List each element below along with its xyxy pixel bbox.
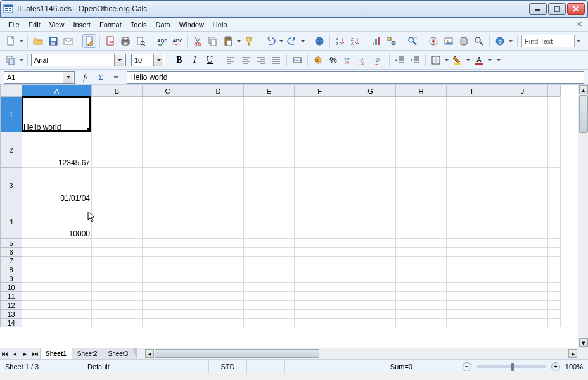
cell-2[interactable]: [548, 132, 561, 168]
cell-H10[interactable]: [396, 283, 447, 292]
chart-button[interactable]: [369, 34, 383, 48]
bg-color-dropdown[interactable]: [466, 59, 471, 61]
redo-dropdown[interactable]: [300, 40, 305, 42]
cell-B7[interactable]: [92, 256, 143, 265]
row-header-9[interactable]: 9: [1, 274, 22, 283]
menu-file[interactable]: File: [4, 20, 24, 30]
cell-J14[interactable]: [497, 319, 548, 327]
cell-C11[interactable]: [143, 292, 193, 301]
cell-G13[interactable]: [345, 310, 396, 319]
cell-J4[interactable]: [497, 203, 548, 239]
cell-H12[interactable]: [396, 301, 447, 310]
cell-C9[interactable]: [143, 274, 193, 283]
cell-B4[interactable]: [92, 203, 143, 239]
cell-A12[interactable]: [22, 301, 92, 310]
cell-H14[interactable]: [396, 319, 447, 327]
cell-E1[interactable]: [244, 97, 295, 132]
zoom-button[interactable]: [472, 34, 486, 48]
row-header-4[interactable]: 4: [1, 203, 22, 239]
cell-8[interactable]: [548, 265, 561, 274]
cell-9[interactable]: [548, 274, 561, 283]
tab-prev-button[interactable]: ◂: [10, 348, 20, 359]
cell-D7[interactable]: [193, 256, 244, 265]
formula-input[interactable]: [127, 71, 584, 84]
cell-C3[interactable]: [143, 168, 193, 203]
cell-H1[interactable]: [396, 97, 447, 132]
italic-button[interactable]: I: [188, 53, 201, 67]
merge-cells-button[interactable]: [290, 53, 304, 67]
cell-B5[interactable]: [92, 239, 143, 248]
cell-C6[interactable]: [143, 248, 193, 256]
cell-J9[interactable]: [497, 274, 548, 283]
cell-F4[interactable]: [295, 203, 345, 239]
cell-E14[interactable]: [244, 319, 295, 327]
menu-view[interactable]: View: [45, 20, 69, 30]
cell-J12[interactable]: [497, 301, 548, 310]
font-color-dropdown[interactable]: [487, 59, 492, 61]
cell-C2[interactable]: [143, 132, 193, 168]
cell-F11[interactable]: [295, 292, 345, 301]
grid[interactable]: ABCDEFGHIJ1Hello world212345.67301/01/04…: [0, 85, 578, 348]
name-box-dropdown-icon[interactable]: [63, 72, 73, 83]
scroll-right-button[interactable]: ▸: [568, 349, 577, 358]
cell-J5[interactable]: [497, 239, 548, 248]
hyperlink-button[interactable]: [312, 34, 326, 48]
copy-button[interactable]: [206, 34, 220, 48]
name-box[interactable]: [4, 71, 75, 84]
function-equals-button[interactable]: =: [110, 72, 122, 83]
cell-B10[interactable]: [92, 283, 143, 292]
cell-G8[interactable]: [345, 265, 396, 274]
cell-A11[interactable]: [22, 292, 92, 301]
cell-C12[interactable]: [143, 301, 193, 310]
column-header-J[interactable]: J: [497, 86, 548, 97]
cell-D3[interactable]: [193, 168, 244, 203]
print-button[interactable]: [118, 34, 132, 48]
menu-tools[interactable]: Tools: [126, 20, 151, 30]
show-draw-button[interactable]: [385, 34, 399, 48]
cell-D12[interactable]: [193, 301, 244, 310]
cell-C4[interactable]: [143, 203, 193, 239]
cell-B8[interactable]: [92, 265, 143, 274]
scroll-down-button[interactable]: ▾: [579, 338, 588, 347]
bg-color-button[interactable]: [451, 53, 464, 67]
cell-A6[interactable]: [22, 248, 92, 256]
cell-G1[interactable]: [345, 97, 396, 132]
cell-I11[interactable]: [447, 292, 497, 301]
cell-F2[interactable]: [295, 132, 345, 168]
column-header-C[interactable]: C: [143, 86, 193, 97]
cell-A2[interactable]: 12345.67: [22, 132, 92, 168]
close-button[interactable]: [567, 3, 585, 15]
cell-G3[interactable]: [345, 168, 396, 203]
data-sources-button[interactable]: [457, 34, 471, 48]
menu-data[interactable]: Data: [151, 20, 174, 30]
styles-button[interactable]: [4, 53, 18, 67]
column-header-D[interactable]: D: [193, 86, 244, 97]
cell-1[interactable]: [548, 97, 561, 132]
cell-J13[interactable]: [497, 310, 548, 319]
align-center-button[interactable]: [239, 53, 253, 67]
row-header-7[interactable]: 7: [1, 256, 22, 265]
cell-G5[interactable]: [345, 239, 396, 248]
percent-button[interactable]: %: [326, 53, 340, 67]
font-name-combo[interactable]: [31, 54, 126, 66]
cell-A1[interactable]: Hello world: [22, 97, 92, 132]
cell-12[interactable]: [548, 301, 561, 310]
row-header-10[interactable]: 10: [1, 283, 22, 292]
row-header-2[interactable]: 2: [1, 132, 22, 168]
cell-D4[interactable]: [193, 203, 244, 239]
vertical-scroll-thumb[interactable]: [579, 95, 588, 133]
align-left-button[interactable]: [224, 53, 238, 67]
zoom-out-button[interactable]: −: [463, 362, 471, 371]
cell-G12[interactable]: [345, 301, 396, 310]
cell-C1[interactable]: [143, 97, 193, 132]
new-document-button[interactable]: [4, 34, 18, 48]
row-header-13[interactable]: 13: [1, 310, 22, 319]
status-selection-mode[interactable]: [247, 360, 285, 373]
cell-G7[interactable]: [345, 256, 396, 265]
sheet-tab-sheet3[interactable]: Sheet3: [103, 348, 134, 359]
help-button[interactable]: ?: [493, 34, 507, 48]
cell-F14[interactable]: [295, 319, 345, 327]
zoom-slider-thumb[interactable]: [511, 363, 514, 370]
vertical-scrollbar[interactable]: ▴ ▾: [578, 85, 588, 348]
tab-first-button[interactable]: ⏮: [0, 348, 10, 359]
